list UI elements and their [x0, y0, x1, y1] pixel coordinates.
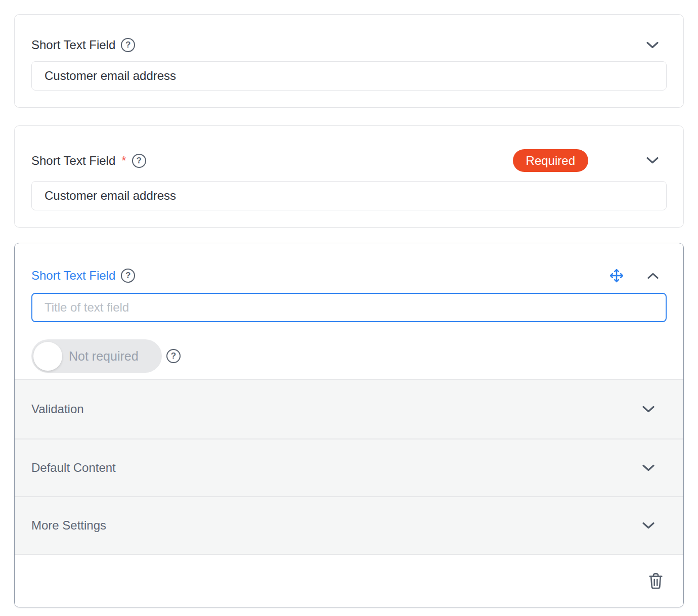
- chevron-down-icon[interactable]: [646, 41, 659, 49]
- chevron-down-icon: [642, 522, 655, 530]
- field-title-input[interactable]: [31, 293, 667, 322]
- field-label: Short Text Field: [31, 154, 115, 168]
- field-label: Short Text Field: [31, 269, 115, 283]
- help-icon[interactable]: ?: [132, 154, 146, 168]
- field-card-collapsed: Short Text Field ?: [14, 14, 684, 108]
- section-label: Default Content: [31, 461, 116, 475]
- field-title-input[interactable]: [31, 61, 667, 91]
- required-toggle[interactable]: Not required: [31, 339, 162, 373]
- section-label: Validation: [31, 402, 84, 416]
- help-icon[interactable]: ?: [121, 269, 135, 283]
- chevron-down-icon: [642, 406, 655, 413]
- toggle-label: Not required: [69, 349, 139, 364]
- trash-icon[interactable]: [647, 571, 664, 590]
- chevron-down-icon: [642, 464, 655, 472]
- section-default-content[interactable]: Default Content: [15, 438, 683, 496]
- card-footer: [15, 554, 683, 607]
- toggle-knob[interactable]: [33, 342, 62, 371]
- help-icon[interactable]: ?: [166, 349, 181, 363]
- required-toggle-row: Not required ?: [31, 339, 667, 379]
- field-label: Short Text Field: [31, 38, 115, 52]
- field-card-expanded: Short Text Field ?: [14, 243, 684, 607]
- required-badge: Required: [513, 149, 588, 172]
- section-validation[interactable]: Validation: [15, 379, 683, 438]
- required-asterisk: *: [121, 154, 126, 168]
- field-card-collapsed-required: Short Text Field * ? Required: [14, 125, 684, 228]
- field-card-header: Short Text Field ?: [31, 268, 667, 283]
- form-builder-canvas: Short Text Field ? Short Text Field * ?: [0, 0, 698, 616]
- section-more-settings[interactable]: More Settings: [15, 496, 683, 554]
- section-label: More Settings: [31, 518, 106, 533]
- chevron-down-icon[interactable]: [646, 157, 659, 164]
- field-title-input[interactable]: [31, 181, 667, 210]
- field-card-header: Short Text Field * ? Required: [31, 149, 667, 172]
- move-arrows-icon[interactable]: [609, 268, 624, 283]
- field-card-header: Short Text Field ?: [31, 38, 667, 52]
- help-icon[interactable]: ?: [121, 38, 135, 52]
- chevron-up-icon[interactable]: [647, 272, 659, 279]
